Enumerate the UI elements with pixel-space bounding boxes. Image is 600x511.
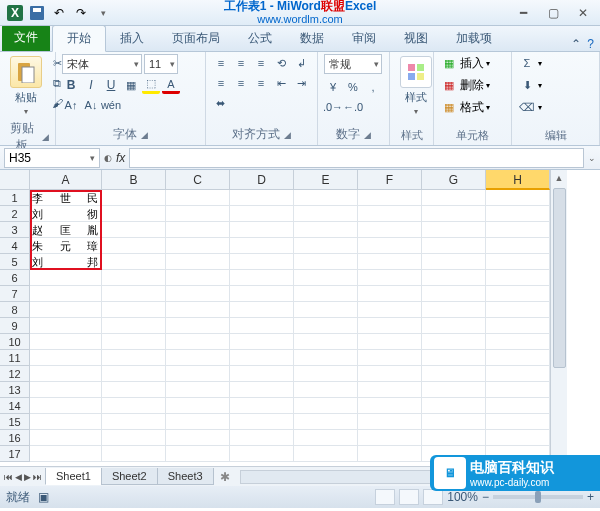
cell-G4[interactable]	[422, 238, 486, 254]
cell-H1[interactable]	[486, 190, 550, 206]
cell-F13[interactable]	[358, 382, 422, 398]
row-header-1[interactable]: 1	[0, 190, 30, 206]
fill-icon[interactable]: ⬇	[518, 76, 536, 94]
cell-D9[interactable]	[230, 318, 294, 334]
cell-C15[interactable]	[166, 414, 230, 430]
align-top-icon[interactable]: ≡	[212, 54, 230, 72]
cell-E10[interactable]	[294, 334, 358, 350]
cell-G11[interactable]	[422, 350, 486, 366]
cell-F16[interactable]	[358, 430, 422, 446]
delete-cells-button[interactable]: ▦删除▾	[440, 76, 490, 94]
column-header-C[interactable]: C	[166, 170, 230, 190]
cell-C6[interactable]	[166, 270, 230, 286]
row-header-14[interactable]: 14	[0, 398, 30, 414]
cell-D1[interactable]	[230, 190, 294, 206]
cell-B14[interactable]	[102, 398, 166, 414]
align-left-icon[interactable]: ≡	[212, 74, 230, 92]
cell-G14[interactable]	[422, 398, 486, 414]
cell-A17[interactable]	[30, 446, 102, 462]
format-cells-button[interactable]: ▦格式▾	[440, 98, 490, 116]
align-right-icon[interactable]: ≡	[252, 74, 270, 92]
cell-E15[interactable]	[294, 414, 358, 430]
font-size-combo[interactable]: 11	[144, 54, 178, 74]
fill-color-button[interactable]: ⬚	[142, 76, 160, 94]
cell-F17[interactable]	[358, 446, 422, 462]
cell-D3[interactable]	[230, 222, 294, 238]
cell-H7[interactable]	[486, 286, 550, 302]
cell-A12[interactable]	[30, 366, 102, 382]
cell-D8[interactable]	[230, 302, 294, 318]
cell-F11[interactable]	[358, 350, 422, 366]
cell-A5[interactable]: 刘邦	[30, 254, 102, 270]
cell-E17[interactable]	[294, 446, 358, 462]
cell-H14[interactable]	[486, 398, 550, 414]
cell-H12[interactable]	[486, 366, 550, 382]
dialog-launcher-icon[interactable]: ◢	[364, 130, 371, 140]
cell-F1[interactable]	[358, 190, 422, 206]
cell-F15[interactable]	[358, 414, 422, 430]
expand-formula-bar-icon[interactable]: ⌄	[588, 153, 596, 163]
cell-C11[interactable]	[166, 350, 230, 366]
cell-E7[interactable]	[294, 286, 358, 302]
zoom-level[interactable]: 100%	[447, 490, 478, 504]
new-sheet-icon[interactable]: ✱	[214, 470, 236, 484]
row-header-4[interactable]: 4	[0, 238, 30, 254]
clear-icon[interactable]: ⌫	[518, 98, 536, 116]
cell-B6[interactable]	[102, 270, 166, 286]
insert-cells-button[interactable]: ▦插入▾	[440, 54, 490, 72]
cell-A16[interactable]	[30, 430, 102, 446]
cell-C17[interactable]	[166, 446, 230, 462]
cell-D2[interactable]	[230, 206, 294, 222]
cell-C16[interactable]	[166, 430, 230, 446]
page-layout-view-icon[interactable]	[399, 489, 419, 505]
cell-F14[interactable]	[358, 398, 422, 414]
cell-B15[interactable]	[102, 414, 166, 430]
page-break-view-icon[interactable]	[423, 489, 443, 505]
cell-C9[interactable]	[166, 318, 230, 334]
underline-button[interactable]: U	[102, 76, 120, 94]
cell-H10[interactable]	[486, 334, 550, 350]
increase-indent-icon[interactable]: ⇥	[292, 74, 310, 92]
cell-B1[interactable]	[102, 190, 166, 206]
cell-D7[interactable]	[230, 286, 294, 302]
cell-H2[interactable]	[486, 206, 550, 222]
column-header-B[interactable]: B	[102, 170, 166, 190]
sheet-tab-2[interactable]: Sheet2	[101, 468, 158, 485]
column-header-E[interactable]: E	[294, 170, 358, 190]
cell-A14[interactable]	[30, 398, 102, 414]
percent-icon[interactable]: %	[344, 78, 362, 96]
cell-B7[interactable]	[102, 286, 166, 302]
tab-insert[interactable]: 插入	[106, 26, 158, 51]
cell-E16[interactable]	[294, 430, 358, 446]
number-format-combo[interactable]: 常规	[324, 54, 382, 74]
italic-button[interactable]: I	[82, 76, 100, 94]
cell-F9[interactable]	[358, 318, 422, 334]
vertical-scrollbar[interactable]: ▲ ▼	[550, 170, 567, 466]
cell-C1[interactable]	[166, 190, 230, 206]
cell-H11[interactable]	[486, 350, 550, 366]
shrink-font-icon[interactable]: A↓	[82, 96, 100, 114]
row-header-15[interactable]: 15	[0, 414, 30, 430]
cell-E8[interactable]	[294, 302, 358, 318]
decrease-indent-icon[interactable]: ⇤	[272, 74, 290, 92]
cell-H6[interactable]	[486, 270, 550, 286]
cell-H9[interactable]	[486, 318, 550, 334]
maximize-icon[interactable]: ▢	[542, 6, 564, 20]
cell-G2[interactable]	[422, 206, 486, 222]
cell-D12[interactable]	[230, 366, 294, 382]
scroll-thumb[interactable]	[553, 188, 566, 368]
cell-A4[interactable]: 朱元璋	[30, 238, 102, 254]
row-header-17[interactable]: 17	[0, 446, 30, 462]
row-header-3[interactable]: 3	[0, 222, 30, 238]
cell-A2[interactable]: 刘彻	[30, 206, 102, 222]
cell-G7[interactable]	[422, 286, 486, 302]
zoom-in-icon[interactable]: +	[587, 490, 594, 504]
cell-D13[interactable]	[230, 382, 294, 398]
row-header-10[interactable]: 10	[0, 334, 30, 350]
phonetic-icon[interactable]: wén	[102, 96, 120, 114]
dialog-launcher-icon[interactable]: ◢	[42, 132, 49, 142]
cell-C8[interactable]	[166, 302, 230, 318]
tab-addins[interactable]: 加载项	[442, 26, 506, 51]
help-icon[interactable]: ?	[587, 37, 594, 51]
cell-A11[interactable]	[30, 350, 102, 366]
